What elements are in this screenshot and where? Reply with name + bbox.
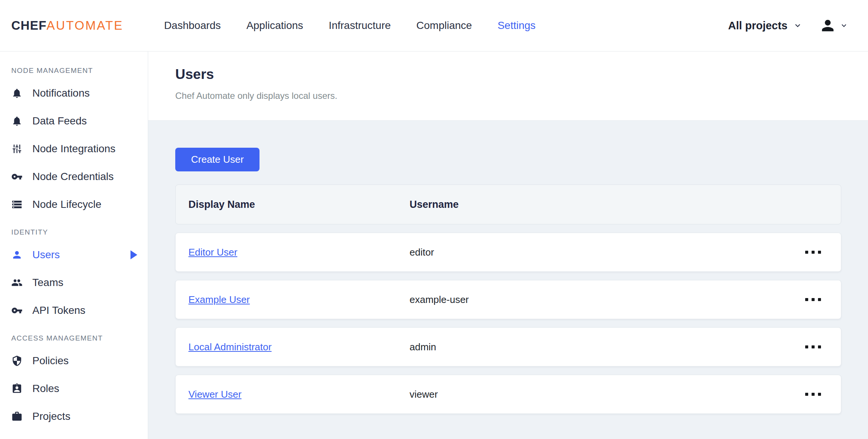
topbar-right: All projects [728, 17, 848, 34]
sidebar-item-node-integrations[interactable]: Node Integrations [0, 135, 148, 163]
chef-automate-logo[interactable]: CHEFAUTOMATE [11, 18, 123, 33]
main-nav: Dashboards Applications Infrastructure C… [164, 20, 536, 32]
sidebar-item-teams[interactable]: Teams [0, 269, 148, 297]
sidebar-heading-access-management: ACCESS MANAGEMENT [0, 324, 148, 347]
ellipsis-icon [805, 298, 808, 301]
page-header: Users Chef Automate only displays local … [148, 51, 868, 121]
briefcase-icon [11, 411, 23, 422]
row-more-actions-button[interactable] [804, 247, 822, 257]
users-table-header: Display Name Username [175, 185, 841, 224]
column-header-username: Username [410, 199, 459, 210]
row-more-actions-button[interactable] [804, 294, 822, 305]
sidebar-item-node-lifecycle[interactable]: Node Lifecycle [0, 191, 148, 218]
bell-icon [11, 88, 23, 99]
table-row: Local Administrator admin [175, 327, 841, 366]
id-badge-icon [11, 383, 23, 394]
active-item-arrow-icon [131, 250, 137, 259]
user-link-local-administrator[interactable]: Local Administrator [188, 341, 272, 353]
sidebar-item-label: Node Credentials [32, 171, 114, 183]
sidebar-item-label: Users [32, 249, 60, 261]
row-more-actions-button[interactable] [804, 342, 822, 352]
table-row: Example User example-user [175, 280, 841, 319]
main-panel: Users Chef Automate only displays local … [148, 51, 868, 439]
nav-compliance[interactable]: Compliance [416, 20, 472, 32]
sidebar-item-label: Policies [32, 355, 68, 367]
user-menu[interactable] [819, 17, 848, 34]
nav-dashboards[interactable]: Dashboards [164, 20, 221, 32]
settings-sidebar: NODE MANAGEMENT Notifications Data Feeds… [0, 51, 148, 439]
sidebar-item-node-credentials[interactable]: Node Credentials [0, 163, 148, 191]
nav-infrastructure[interactable]: Infrastructure [329, 20, 391, 32]
sidebar-item-label: Projects [32, 410, 70, 422]
nav-applications[interactable]: Applications [246, 20, 303, 32]
sidebar-item-label: API Tokens [32, 304, 85, 316]
sidebar-item-label: Node Lifecycle [32, 198, 102, 210]
username-cell: editor [410, 247, 434, 258]
column-header-display-name: Display Name [188, 199, 410, 210]
person-icon [11, 249, 23, 260]
page-title: Users [175, 67, 868, 82]
row-more-actions-button[interactable] [804, 389, 822, 400]
server-icon [11, 199, 23, 210]
sidebar-item-label: Roles [32, 383, 59, 395]
create-user-button[interactable]: Create User [175, 148, 259, 171]
sidebar-heading-identity: IDENTITY [0, 218, 148, 241]
username-cell: example-user [410, 294, 469, 306]
person-icon [819, 17, 836, 34]
table-row: Viewer User viewer [175, 375, 841, 414]
sidebar-item-api-tokens[interactable]: API Tokens [0, 297, 148, 324]
sidebar-item-notifications[interactable]: Notifications [0, 79, 148, 107]
bell-icon [11, 115, 23, 127]
content-area: Create User Display Name Username Editor… [148, 121, 868, 439]
logo-automate: AUTOMATE [47, 18, 123, 32]
user-link-example-user[interactable]: Example User [188, 294, 250, 305]
people-icon [11, 277, 23, 288]
sidebar-item-label: Teams [32, 277, 63, 289]
projects-filter-dropdown[interactable]: All projects [728, 20, 803, 32]
shield-icon [11, 355, 23, 366]
top-bar: CHEFAUTOMATE Dashboards Applications Inf… [0, 0, 868, 51]
sidebar-item-label: Node Integrations [32, 143, 115, 155]
logo-chef: CHEF [11, 18, 47, 32]
sidebar-item-projects[interactable]: Projects [0, 403, 148, 430]
user-link-editor-user[interactable]: Editor User [188, 247, 237, 258]
sidebar-item-policies[interactable]: Policies [0, 347, 148, 375]
projects-filter-label: All projects [728, 20, 788, 32]
username-cell: viewer [410, 389, 438, 400]
chevron-down-icon [793, 21, 803, 30]
sliders-icon [11, 143, 23, 154]
sidebar-item-label: Notifications [32, 87, 90, 99]
username-cell: admin [410, 341, 436, 353]
sidebar-item-roles[interactable]: Roles [0, 375, 148, 403]
sidebar-item-users[interactable]: Users [0, 241, 148, 269]
chevron-down-icon [839, 21, 848, 30]
sidebar-heading-node-management: NODE MANAGEMENT [0, 63, 148, 79]
user-link-viewer-user[interactable]: Viewer User [188, 389, 241, 400]
sidebar-item-label: Data Feeds [32, 115, 87, 127]
key-icon [11, 305, 23, 316]
sidebar-item-data-feeds[interactable]: Data Feeds [0, 107, 148, 135]
table-row: Editor User editor [175, 233, 841, 272]
key-icon [11, 171, 23, 182]
ellipsis-icon [805, 345, 808, 348]
ellipsis-icon [805, 393, 808, 396]
page-subtitle: Chef Automate only displays local users. [175, 91, 868, 101]
nav-settings[interactable]: Settings [498, 20, 536, 32]
ellipsis-icon [805, 251, 808, 254]
